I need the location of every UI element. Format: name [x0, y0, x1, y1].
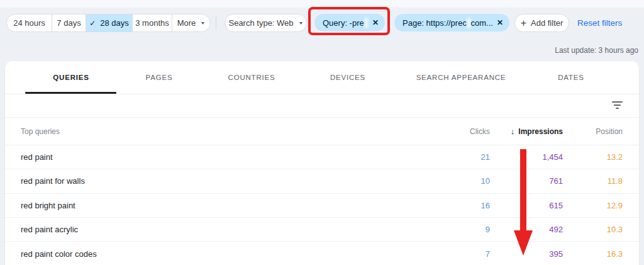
close-icon[interactable]: ✕	[369, 18, 379, 27]
date-range-segmented-control: 24 hours 7 days ✓ 28 days 3 months More …	[6, 14, 211, 32]
date-range-3-months[interactable]: 3 months	[132, 14, 172, 31]
impressions-label: Impressions	[518, 127, 563, 136]
search-type-filter-chip[interactable]: Search type: Web ▼	[225, 14, 307, 32]
tab-search-appearance[interactable]: SEARCH APPEARANCE	[416, 74, 506, 81]
last-update-status: Last update: 3 hours ago	[555, 46, 638, 55]
toolbar-divider	[216, 16, 216, 30]
date-range-label: 28 days	[100, 18, 129, 28]
add-filter-button[interactable]: + Add filter	[514, 14, 569, 32]
column-header-top-queries: Top queries	[21, 127, 452, 136]
table-row[interactable]: red paint 21 1,454 13.2	[5, 145, 639, 169]
page-filter-chip[interactable]: Page: https://prec com... ✕	[394, 14, 509, 31]
position-cell: 12.9	[563, 201, 623, 210]
chevron-down-icon: ▼	[298, 21, 304, 25]
query-cell: red bright paint	[21, 201, 452, 210]
date-range-28-days[interactable]: ✓ 28 days	[86, 14, 132, 31]
clicks-cell[interactable]: 10	[452, 176, 490, 186]
tab-dates[interactable]: DATES	[558, 74, 584, 81]
date-range-label: 24 hours	[13, 18, 45, 28]
column-header-clicks[interactable]: Clicks	[452, 127, 490, 136]
tab-devices[interactable]: DEVICES	[330, 74, 365, 81]
query-filter-chip[interactable]: Query: -pre ✕	[314, 14, 385, 31]
table-row[interactable]: red bright paint 16 615 12.9	[5, 194, 639, 218]
plus-icon: +	[521, 18, 526, 28]
clicks-cell[interactable]: 16	[452, 201, 490, 210]
query-cell: red paint color codes	[21, 249, 452, 259]
query-cell: red paint acrylic	[21, 225, 452, 234]
impressions-cell: 1,454	[490, 152, 563, 162]
table-row[interactable]: red paint for walls 10 761 11.8	[5, 169, 639, 193]
clicks-cell[interactable]: 21	[452, 152, 490, 162]
search-console-performance-page: { "toolbar": { "date_ranges": [ { "label…	[0, 0, 644, 265]
active-tab-indicator	[25, 92, 116, 94]
close-icon[interactable]: ✕	[493, 18, 503, 27]
position-cell: 16.3	[563, 249, 623, 259]
date-range-label: 3 months	[135, 18, 169, 28]
column-header-impressions[interactable]: ↓Impressions	[490, 127, 563, 136]
position-cell: 13.2	[563, 152, 623, 162]
date-range-label: 7 days	[57, 18, 80, 28]
add-filter-label: Add filter	[531, 18, 563, 28]
column-header-position[interactable]: Position	[563, 127, 623, 136]
reset-filters-link[interactable]: Reset filters	[577, 18, 622, 28]
clicks-cell[interactable]: 7	[452, 249, 490, 259]
clicks-cell[interactable]: 9	[452, 225, 490, 234]
query-cell: red paint for walls	[21, 176, 452, 186]
query-filter-label: Query: -pre	[323, 18, 364, 28]
position-cell: 11.8	[563, 176, 623, 186]
report-tab-bar: QUERIES PAGES COUNTRIES DEVICES SEARCH A…	[5, 61, 639, 94]
redacted-page-text	[469, 19, 469, 27]
check-icon: ✓	[89, 19, 96, 28]
impressions-cell: 761	[490, 176, 563, 186]
page-filter-label-suffix: com...	[471, 18, 493, 28]
tab-pages[interactable]: PAGES	[146, 74, 173, 81]
query-cell: red paint	[21, 152, 452, 162]
position-cell: 10.3	[563, 225, 623, 234]
impressions-cell: 492	[490, 225, 563, 234]
tab-countries[interactable]: COUNTRIES	[228, 74, 275, 81]
tab-queries[interactable]: QUERIES	[53, 74, 89, 81]
table-row[interactable]: red paint color codes 7 395 16.3	[5, 242, 639, 265]
impressions-cell: 395	[490, 249, 563, 259]
table-header-row: Top queries Clicks ↓Impressions Position	[5, 118, 639, 145]
redacted-query-text	[366, 19, 367, 27]
date-range-7-days[interactable]: 7 days	[52, 14, 86, 31]
table-row[interactable]: red paint acrylic 9 492 10.3	[5, 218, 639, 242]
report-card: QUERIES PAGES COUNTRIES DEVICES SEARCH A…	[5, 61, 639, 265]
more-label: More	[177, 18, 196, 28]
chevron-down-icon: ▼	[200, 21, 206, 25]
page-filter-label-prefix: Page: https://prec	[402, 18, 467, 28]
date-range-24-hours[interactable]: 24 hours	[7, 14, 52, 31]
date-range-more-button[interactable]: More ▼	[172, 14, 210, 31]
search-type-label: Search type: Web	[228, 18, 293, 28]
impressions-cell: 615	[490, 201, 563, 210]
table-filter-row	[5, 94, 639, 118]
table-filter-icon[interactable]	[611, 101, 623, 110]
sort-descending-icon: ↓	[511, 127, 515, 136]
